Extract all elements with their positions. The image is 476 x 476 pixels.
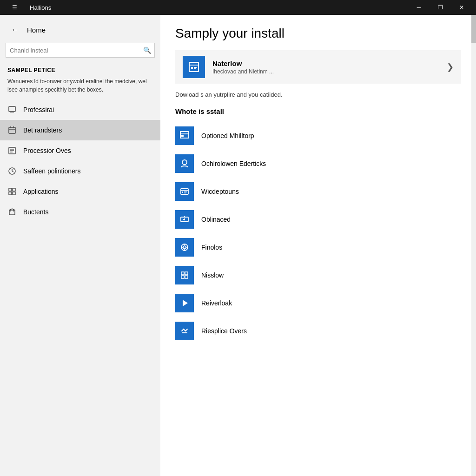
search-container: 🔍 (6, 43, 155, 58)
nav-label-processor: Processior Oves (23, 147, 71, 154)
list-item[interactable]: Riesplice Overs (175, 317, 461, 345)
nav-label-buctents: Buctents (23, 208, 48, 216)
scrollbar-track (471, 15, 476, 476)
svg-rect-46 (181, 276, 184, 278)
page-title: Samply your install (175, 26, 461, 41)
sidebar-item-profess[interactable]: Professirai (0, 99, 160, 120)
nav-label-applications: Applications (23, 188, 59, 195)
sidebar-section-title: Sampel petice (0, 63, 160, 75)
app-label-reiverloak: Reiverloak (201, 299, 232, 307)
svg-rect-44 (181, 272, 184, 275)
search-input[interactable] (6, 47, 139, 54)
sidebar-item-buctents[interactable]: Buctents (0, 202, 160, 222)
list-item[interactable]: Ochlrolowen Ederticks (175, 150, 461, 178)
app-list: Optioned Mhilltorp Ochlrolowen Ederticks (175, 122, 461, 345)
puzzle-icon (7, 187, 17, 196)
svg-rect-34 (184, 193, 186, 194)
sidebar-description: Wanueres ld to-onwer ortywold eralinel t… (0, 75, 160, 99)
list-item[interactable]: Finolos (175, 233, 461, 261)
app-icon-wicdep (175, 182, 194, 201)
home-label: Home (27, 26, 46, 34)
app-icon-ochtr (175, 154, 194, 173)
sidebar-item-saffeen[interactable]: Saffeen polintioners (0, 161, 160, 181)
list-item[interactable]: Reiverloak (175, 289, 461, 317)
titlebar-title: Hallions (30, 4, 51, 11)
feature-card[interactable]: Naterlow Iheclovao and Nietinm ... ❯ (175, 50, 461, 84)
app-icon-optioned (175, 126, 194, 145)
back-button[interactable]: ← (7, 22, 22, 37)
list-icon (7, 146, 17, 155)
minimize-icon: ─ (417, 4, 421, 11)
svg-rect-47 (185, 276, 188, 278)
titlebar-controls: ─ ❐ ✕ (408, 0, 472, 15)
svg-rect-32 (182, 192, 183, 193)
person-icon (7, 105, 17, 114)
close-button[interactable]: ✕ (451, 0, 472, 15)
svg-line-13 (12, 171, 13, 172)
app-container: ← Home 🔍 Sampel petice Wanueres ld to-on… (0, 15, 476, 476)
restore-button[interactable]: ❐ (430, 0, 451, 15)
section-subtitle: Whote is sstall (175, 107, 461, 115)
list-item[interactable]: Optioned Mhilltorp (175, 122, 461, 150)
svg-marker-48 (183, 300, 188, 306)
svg-point-39 (183, 246, 186, 249)
package-icon (7, 207, 17, 217)
feature-card-icon (183, 56, 205, 78)
svg-rect-16 (9, 192, 12, 195)
svg-rect-17 (13, 192, 15, 195)
app-label-optioned: Optioned Mhilltorp (201, 132, 254, 139)
main-content: Samply your install Naterlow Iheclovao a… (160, 15, 476, 476)
close-icon: ✕ (459, 4, 464, 11)
svg-rect-0 (9, 106, 15, 112)
restore-icon: ❐ (438, 4, 443, 11)
svg-rect-14 (9, 188, 12, 191)
svg-rect-3 (9, 127, 15, 133)
minimize-button[interactable]: ─ (408, 0, 430, 15)
search-icon: 🔍 (139, 43, 154, 58)
app-icon-riesplice (175, 322, 194, 340)
sidebar-item-bet[interactable]: Bet randsters (0, 120, 160, 140)
clock-icon (7, 166, 17, 176)
list-item[interactable]: Wicdeptouns (175, 178, 461, 205)
hamburger-button[interactable]: ☰ (4, 0, 25, 15)
nav-label-profess: Professirai (23, 106, 54, 113)
svg-rect-26 (180, 132, 189, 138)
svg-rect-24 (194, 67, 197, 68)
list-item[interactable]: Oblinaced (175, 205, 461, 233)
svg-rect-18 (9, 210, 15, 215)
sidebar-header: ← Home (0, 15, 160, 43)
feature-card-subtitle: Iheclovao and Nietinm ... (212, 68, 447, 75)
sidebar-item-applications[interactable]: Applications (0, 181, 160, 202)
titlebar: ☰ Hallions ─ ❐ ✕ (0, 0, 476, 15)
app-label-finolos: Finolos (201, 244, 222, 251)
nav-label-bet: Bet randsters (23, 126, 62, 134)
svg-point-29 (182, 160, 187, 165)
scrollbar-thumb[interactable] (471, 15, 476, 43)
app-icon-reiverloak (175, 294, 194, 312)
app-label-ochtr: Ochlrolowen Ederticks (201, 160, 266, 167)
app-label-nisslow: Nisslow (201, 271, 224, 279)
download-description: Dowload s an yutrplire and you catiided. (175, 91, 461, 98)
calendar-icon (7, 126, 17, 135)
svg-rect-23 (191, 67, 193, 69)
feature-card-arrow-icon: ❯ (447, 62, 454, 72)
app-icon-nisslow (175, 266, 194, 284)
app-icon-oblinaced (175, 210, 194, 229)
hamburger-icon: ☰ (12, 4, 17, 11)
svg-rect-25 (194, 68, 196, 69)
feature-card-text: Naterlow Iheclovao and Nietinm ... (212, 60, 447, 75)
nav-label-saffeen: Saffeen polintioners (23, 167, 81, 175)
svg-rect-33 (184, 192, 187, 192)
app-icon-finolos (175, 238, 194, 257)
sidebar: ← Home 🔍 Sampel petice Wanueres ld to-on… (0, 15, 160, 476)
back-arrow-icon: ← (11, 26, 19, 34)
sidebar-item-processor[interactable]: Processior Oves (0, 140, 160, 161)
app-label-riesplice: Riesplice Overs (201, 327, 247, 335)
app-label-wicdep: Wicdeptouns (201, 188, 239, 195)
svg-rect-28 (181, 135, 184, 137)
svg-rect-15 (13, 188, 15, 191)
titlebar-left: ☰ Hallions (4, 0, 51, 15)
svg-rect-45 (185, 272, 188, 275)
list-item[interactable]: Nisslow (175, 261, 461, 289)
feature-card-title: Naterlow (212, 60, 447, 67)
